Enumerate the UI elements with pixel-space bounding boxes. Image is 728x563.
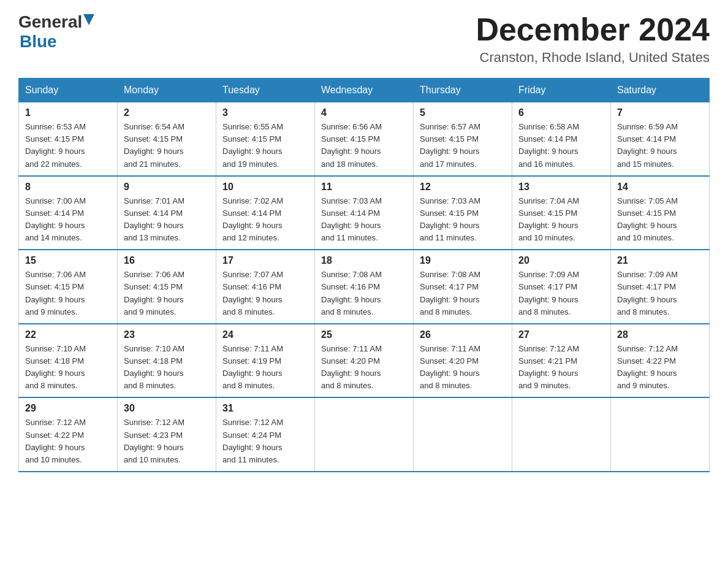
day-number: 19: [420, 255, 506, 266]
calendar-week-row: 1 Sunrise: 6:53 AM Sunset: 4:15 PM Dayli…: [19, 102, 710, 176]
month-title: December 2024: [476, 12, 710, 47]
day-number: 21: [617, 255, 703, 266]
day-info: Sunrise: 7:03 AM Sunset: 4:15 PM Dayligh…: [420, 195, 506, 245]
logo-general-text: General: [18, 12, 82, 32]
table-row: 28 Sunrise: 7:12 AM Sunset: 4:22 PM Dayl…: [611, 324, 710, 398]
table-row: [512, 397, 611, 472]
table-row: 11 Sunrise: 7:03 AM Sunset: 4:14 PM Dayl…: [315, 176, 414, 250]
table-row: 18 Sunrise: 7:08 AM Sunset: 4:16 PM Dayl…: [315, 250, 414, 324]
day-number: 5: [420, 107, 506, 118]
table-row: 15 Sunrise: 7:06 AM Sunset: 4:15 PM Dayl…: [19, 250, 118, 324]
calendar-table: Sunday Monday Tuesday Wednesday Thursday…: [18, 78, 710, 472]
day-info: Sunrise: 7:03 AM Sunset: 4:14 PM Dayligh…: [321, 195, 407, 245]
day-info: Sunrise: 7:08 AM Sunset: 4:17 PM Dayligh…: [420, 269, 506, 318]
header-sunday: Sunday: [19, 79, 118, 102]
day-info: Sunrise: 6:56 AM Sunset: 4:15 PM Dayligh…: [321, 121, 407, 170]
table-row: 30 Sunrise: 7:12 AM Sunset: 4:23 PM Dayl…: [118, 397, 216, 472]
day-number: 3: [222, 107, 308, 118]
day-number: 8: [25, 182, 111, 193]
table-row: 27 Sunrise: 7:12 AM Sunset: 4:21 PM Dayl…: [512, 324, 611, 398]
day-info: Sunrise: 7:11 AM Sunset: 4:19 PM Dayligh…: [222, 343, 308, 393]
header-tuesday: Tuesday: [216, 79, 315, 102]
day-number: 12: [420, 182, 506, 193]
day-info: Sunrise: 7:06 AM Sunset: 4:15 PM Dayligh…: [124, 269, 210, 318]
day-number: 7: [617, 107, 703, 118]
header-wednesday: Wednesday: [315, 79, 414, 102]
table-row: 19 Sunrise: 7:08 AM Sunset: 4:17 PM Dayl…: [414, 250, 512, 324]
day-info: Sunrise: 7:01 AM Sunset: 4:14 PM Dayligh…: [124, 195, 210, 245]
table-row: 24 Sunrise: 7:11 AM Sunset: 4:19 PM Dayl…: [216, 324, 315, 398]
day-info: Sunrise: 7:12 AM Sunset: 4:21 PM Dayligh…: [518, 343, 604, 393]
header-monday: Monday: [118, 79, 216, 102]
day-number: 17: [222, 255, 308, 266]
table-row: 1 Sunrise: 6:53 AM Sunset: 4:15 PM Dayli…: [19, 102, 118, 176]
page-header: General Blue December 2024 Cranston, Rho…: [18, 12, 710, 66]
location-title: Cranston, Rhode Island, United States: [476, 50, 710, 66]
day-number: 1: [25, 107, 111, 118]
logo: General Blue: [18, 12, 94, 52]
day-number: 22: [25, 329, 111, 340]
calendar-header-row: Sunday Monday Tuesday Wednesday Thursday…: [19, 79, 710, 102]
table-row: 20 Sunrise: 7:09 AM Sunset: 4:17 PM Dayl…: [512, 250, 611, 324]
header-saturday: Saturday: [611, 79, 710, 102]
table-row: 7 Sunrise: 6:59 AM Sunset: 4:14 PM Dayli…: [611, 102, 710, 176]
day-info: Sunrise: 6:54 AM Sunset: 4:15 PM Dayligh…: [124, 121, 210, 170]
day-number: 15: [25, 255, 111, 266]
table-row: 25 Sunrise: 7:11 AM Sunset: 4:20 PM Dayl…: [315, 324, 414, 398]
table-row: 13 Sunrise: 7:04 AM Sunset: 4:15 PM Dayl…: [512, 176, 611, 250]
day-info: Sunrise: 7:12 AM Sunset: 4:22 PM Dayligh…: [25, 416, 111, 466]
day-number: 11: [321, 182, 407, 193]
table-row: [414, 397, 512, 472]
day-info: Sunrise: 7:00 AM Sunset: 4:14 PM Dayligh…: [25, 195, 111, 245]
table-row: 21 Sunrise: 7:09 AM Sunset: 4:17 PM Dayl…: [611, 250, 710, 324]
day-info: Sunrise: 7:11 AM Sunset: 4:20 PM Dayligh…: [420, 343, 506, 393]
table-row: 17 Sunrise: 7:07 AM Sunset: 4:16 PM Dayl…: [216, 250, 315, 324]
day-info: Sunrise: 7:06 AM Sunset: 4:15 PM Dayligh…: [25, 269, 111, 318]
table-row: 29 Sunrise: 7:12 AM Sunset: 4:22 PM Dayl…: [19, 397, 118, 472]
day-number: 20: [518, 255, 604, 266]
day-number: 13: [518, 182, 604, 193]
table-row: 2 Sunrise: 6:54 AM Sunset: 4:15 PM Dayli…: [118, 102, 216, 176]
table-row: 4 Sunrise: 6:56 AM Sunset: 4:15 PM Dayli…: [315, 102, 414, 176]
day-number: 23: [124, 329, 210, 340]
day-info: Sunrise: 6:55 AM Sunset: 4:15 PM Dayligh…: [222, 121, 308, 170]
table-row: [611, 397, 710, 472]
day-number: 26: [420, 329, 506, 340]
table-row: 6 Sunrise: 6:58 AM Sunset: 4:14 PM Dayli…: [512, 102, 611, 176]
day-number: 2: [124, 107, 210, 118]
table-row: [315, 397, 414, 472]
day-info: Sunrise: 6:57 AM Sunset: 4:15 PM Dayligh…: [420, 121, 506, 170]
day-number: 18: [321, 255, 407, 266]
day-number: 10: [222, 182, 308, 193]
header-friday: Friday: [512, 79, 611, 102]
day-info: Sunrise: 7:08 AM Sunset: 4:16 PM Dayligh…: [321, 269, 407, 318]
table-row: 31 Sunrise: 7:12 AM Sunset: 4:24 PM Dayl…: [216, 397, 315, 472]
table-row: 23 Sunrise: 7:10 AM Sunset: 4:18 PM Dayl…: [118, 324, 216, 398]
title-section: December 2024 Cranston, Rhode Island, Un…: [476, 12, 710, 66]
day-number: 29: [25, 403, 111, 414]
table-row: 26 Sunrise: 7:11 AM Sunset: 4:20 PM Dayl…: [414, 324, 512, 398]
day-info: Sunrise: 7:12 AM Sunset: 4:24 PM Dayligh…: [222, 416, 308, 466]
logo-arrow-icon: [83, 14, 94, 29]
table-row: 3 Sunrise: 6:55 AM Sunset: 4:15 PM Dayli…: [216, 102, 315, 176]
day-number: 30: [124, 403, 210, 414]
day-info: Sunrise: 7:11 AM Sunset: 4:20 PM Dayligh…: [321, 343, 407, 393]
table-row: 22 Sunrise: 7:10 AM Sunset: 4:18 PM Dayl…: [19, 324, 118, 398]
day-number: 31: [222, 403, 308, 414]
day-number: 14: [617, 182, 703, 193]
calendar-week-row: 8 Sunrise: 7:00 AM Sunset: 4:14 PM Dayli…: [19, 176, 710, 250]
day-number: 25: [321, 329, 407, 340]
calendar-week-row: 15 Sunrise: 7:06 AM Sunset: 4:15 PM Dayl…: [19, 250, 710, 324]
day-info: Sunrise: 7:04 AM Sunset: 4:15 PM Dayligh…: [518, 195, 604, 245]
day-info: Sunrise: 7:02 AM Sunset: 4:14 PM Dayligh…: [222, 195, 308, 245]
day-number: 28: [617, 329, 703, 340]
day-info: Sunrise: 7:09 AM Sunset: 4:17 PM Dayligh…: [518, 269, 604, 318]
day-info: Sunrise: 7:05 AM Sunset: 4:15 PM Dayligh…: [617, 195, 703, 245]
day-info: Sunrise: 7:10 AM Sunset: 4:18 PM Dayligh…: [25, 343, 111, 393]
day-info: Sunrise: 7:07 AM Sunset: 4:16 PM Dayligh…: [222, 269, 308, 318]
svg-marker-0: [83, 14, 94, 25]
day-number: 6: [518, 107, 604, 118]
table-row: 10 Sunrise: 7:02 AM Sunset: 4:14 PM Dayl…: [216, 176, 315, 250]
day-number: 27: [518, 329, 604, 340]
day-info: Sunrise: 7:12 AM Sunset: 4:23 PM Dayligh…: [124, 416, 210, 466]
